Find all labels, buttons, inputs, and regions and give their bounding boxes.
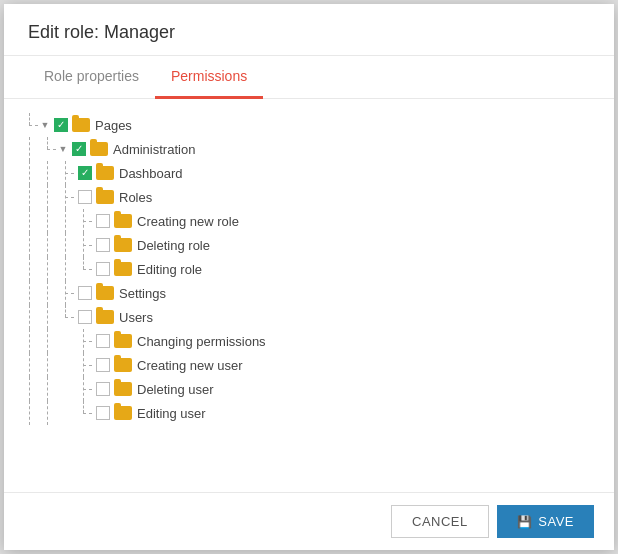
folder-icon-deleting-role [114, 238, 132, 252]
label-creating-new-user: Creating new user [137, 358, 243, 373]
tree-indent [56, 401, 74, 425]
expander-admin[interactable]: ▼ [56, 142, 70, 156]
label-administration: Administration [113, 142, 195, 157]
tree-indent [74, 377, 92, 401]
label-dashboard: Dashboard [119, 166, 183, 181]
tree-row: Dashboard [20, 161, 598, 185]
folder-icon-dashboard [96, 166, 114, 180]
tree-indent [20, 209, 38, 233]
tree-indent [56, 233, 74, 257]
tree-indent [20, 113, 38, 137]
tree-indent [56, 377, 74, 401]
tree-indent [38, 137, 56, 161]
tree-indent [38, 185, 56, 209]
tree-row: Editing role [20, 257, 598, 281]
label-editing-role: Editing role [137, 262, 202, 277]
folder-icon-pages [72, 118, 90, 132]
tree-indent [38, 161, 56, 185]
folder-icon-creating-new-role [114, 214, 132, 228]
modal: Edit role: Manager Role properties Permi… [4, 4, 614, 550]
label-settings: Settings [119, 286, 166, 301]
tree-indent [38, 401, 56, 425]
checkbox-creating-new-user[interactable] [96, 358, 110, 372]
label-roles: Roles [119, 190, 152, 205]
checkbox-editing-user[interactable] [96, 406, 110, 420]
tree-indent [56, 209, 74, 233]
checkbox-pages[interactable] [54, 118, 68, 132]
tree-indent [56, 329, 74, 353]
checkbox-deleting-user[interactable] [96, 382, 110, 396]
save-icon: 💾 [517, 515, 533, 529]
tree-indent [38, 281, 56, 305]
label-creating-new-role: Creating new role [137, 214, 239, 229]
cancel-button[interactable]: CANCEL [391, 505, 489, 538]
label-deleting-user: Deleting user [137, 382, 214, 397]
tab-role-properties[interactable]: Role properties [28, 56, 155, 99]
tree-indent [74, 329, 92, 353]
folder-icon-deleting-user [114, 382, 132, 396]
tree-indent [20, 185, 38, 209]
modal-header: Edit role: Manager [4, 4, 614, 56]
tree-indent [20, 305, 38, 329]
folder-icon-editing-role [114, 262, 132, 276]
modal-title: Edit role: Manager [28, 22, 590, 43]
checkbox-editing-role[interactable] [96, 262, 110, 276]
tree-indent [20, 377, 38, 401]
tree-row: Settings [20, 281, 598, 305]
tree-indent [20, 161, 38, 185]
tree-indent [38, 305, 56, 329]
tree-indent [74, 401, 92, 425]
tree-indent [56, 305, 74, 329]
tree-indent [74, 233, 92, 257]
label-changing-permissions: Changing permissions [137, 334, 266, 349]
tree-indent [56, 257, 74, 281]
tree-indent [20, 353, 38, 377]
tree-indent [56, 353, 74, 377]
tree-indent [74, 353, 92, 377]
tree-row: ▼ Administration [20, 137, 598, 161]
tree-indent [38, 233, 56, 257]
checkbox-deleting-role[interactable] [96, 238, 110, 252]
tree-row: Deleting role [20, 233, 598, 257]
checkbox-dashboard[interactable] [78, 166, 92, 180]
tree-indent [20, 401, 38, 425]
tree-indent [56, 281, 74, 305]
save-button[interactable]: 💾 SAVE [497, 505, 594, 538]
tab-permissions[interactable]: Permissions [155, 56, 263, 99]
tree-indent [20, 257, 38, 281]
checkbox-roles[interactable] [78, 190, 92, 204]
tree-indent [56, 185, 74, 209]
folder-icon-users [96, 310, 114, 324]
tree-row: Deleting user [20, 377, 598, 401]
checkbox-changing-permissions[interactable] [96, 334, 110, 348]
checkbox-users[interactable] [78, 310, 92, 324]
label-pages: Pages [95, 118, 132, 133]
tree-row: Changing permissions [20, 329, 598, 353]
tree-indent [38, 209, 56, 233]
tree-indent [56, 161, 74, 185]
modal-footer: CANCEL 💾 SAVE [4, 492, 614, 550]
tree-row: Editing user [20, 401, 598, 425]
tree-row: Roles [20, 185, 598, 209]
expander-pages[interactable]: ▼ [38, 118, 52, 132]
checkbox-settings[interactable] [78, 286, 92, 300]
checkbox-administration[interactable] [72, 142, 86, 156]
tree-row: Users [20, 305, 598, 329]
tree-indent [38, 257, 56, 281]
tree-indent [20, 137, 38, 161]
tree-indent [74, 209, 92, 233]
tree-row: Creating new role [20, 209, 598, 233]
tree-indent [38, 329, 56, 353]
tree-indent [38, 353, 56, 377]
modal-body: ▼ Pages ▼ Administration [4, 99, 614, 492]
checkbox-creating-new-role[interactable] [96, 214, 110, 228]
label-users: Users [119, 310, 153, 325]
folder-icon-changing-permissions [114, 334, 132, 348]
tree-row: ▼ Pages [20, 113, 598, 137]
folder-icon-editing-user [114, 406, 132, 420]
tree-indent [20, 281, 38, 305]
folder-icon-creating-new-user [114, 358, 132, 372]
label-deleting-role: Deleting role [137, 238, 210, 253]
folder-icon-settings [96, 286, 114, 300]
tree-indent [20, 233, 38, 257]
